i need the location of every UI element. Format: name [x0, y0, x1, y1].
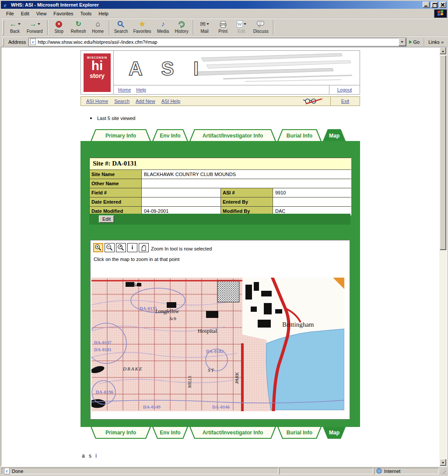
maximize-button[interactable]: [431, 2, 438, 8]
search-button[interactable]: Search: [112, 19, 131, 35]
minimize-button[interactable]: [423, 2, 430, 8]
map-label-brittingham: Brittingham: [282, 321, 314, 328]
scroll-up-button[interactable]: ▲: [440, 47, 446, 54]
addressbar-separator: [424, 38, 425, 46]
back-button[interactable]: ← Back: [6, 19, 24, 35]
window-title: WHS: ASI - Microsoft Internet Explorer: [10, 2, 421, 7]
tab-bar-bottom: Primary Info Env Info Artifact/Investiga…: [91, 427, 346, 439]
hatched-block: [217, 280, 239, 302]
home-link[interactable]: Home: [118, 87, 131, 92]
scrollbar-thumb[interactable]: [440, 55, 446, 250]
favorites-button[interactable]: ★ Favorites: [130, 19, 154, 35]
globe-icon: [376, 468, 382, 474]
favorites-icon: ★: [139, 20, 145, 28]
zoom-in-tool-button[interactable]: [93, 243, 103, 252]
menu-favorites[interactable]: Favorites: [50, 10, 77, 18]
map-label-sch: Sch: [169, 316, 176, 321]
refresh-button[interactable]: ↻ Refresh: [68, 19, 89, 35]
zoom-out-tool-button[interactable]: [105, 243, 115, 252]
toolbar-separator: [273, 20, 274, 35]
menu-file[interactable]: File: [3, 10, 18, 18]
history-icon: [178, 21, 186, 28]
site-header: WISCONSIN hi story A S I: [80, 50, 360, 95]
page-footer-text: a s i: [82, 453, 98, 459]
print-button[interactable]: Print: [214, 19, 232, 35]
mail-button[interactable]: ✉ Mail: [196, 19, 214, 35]
topo-map-image[interactable]: Sch Longfellow Sch Hospital Brittingham …: [91, 278, 344, 411]
edit-row: Edit: [89, 214, 350, 225]
status-bar: e Done Internet: [1, 466, 447, 475]
tab-burial-info[interactable]: Burial Info: [277, 129, 322, 141]
toolbar-grip[interactable]: [3, 20, 4, 35]
back-dropdown-icon[interactable]: [18, 23, 21, 25]
tab-map[interactable]: Map: [323, 129, 346, 141]
mail-dropdown-icon[interactable]: [206, 23, 209, 25]
edit-button[interactable]: W Edit: [232, 19, 251, 35]
asi-title: A S I: [129, 58, 206, 79]
forward-dropdown-icon[interactable]: [38, 23, 40, 25]
links-chevron-icon: »: [441, 39, 444, 45]
address-dropdown-button[interactable]: [399, 38, 406, 46]
tab-primary-info[interactable]: Primary Info: [91, 129, 151, 141]
tab-artifact-investigator-info-bottom[interactable]: Artifact/Investigator Info: [189, 427, 276, 439]
titlebar[interactable]: e WHS: ASI - Microsoft Internet Explorer: [1, 1, 447, 9]
site-marker-da0182: DA-0182: [206, 349, 224, 354]
entered-by-value: [273, 197, 351, 206]
tab-burial-info-bottom[interactable]: Burial Info: [277, 427, 322, 439]
chevron-down-icon: [401, 41, 403, 43]
site-name-label: Site Name: [90, 170, 141, 179]
tab-env-info[interactable]: Env Info: [152, 129, 188, 141]
media-button[interactable]: ♪ Media: [154, 19, 172, 35]
wisconsin-history-logo[interactable]: WISCONSIN hi story: [84, 53, 111, 92]
search-link[interactable]: Search: [114, 99, 130, 104]
go-button[interactable]: Go: [406, 39, 423, 46]
zoom-full-extent-tool-button[interactable]: [116, 243, 126, 252]
asi-help-link[interactable]: ASI Help: [161, 99, 180, 104]
menu-edit[interactable]: Edit: [18, 10, 33, 18]
logout-link[interactable]: Logout: [337, 87, 352, 92]
menu-tools[interactable]: Tools: [77, 10, 95, 18]
tab-artifact-investigator-info[interactable]: Artifact/Investigator Info: [189, 129, 276, 141]
map-label-hospital: Hospital: [198, 328, 217, 334]
status-text: Done: [12, 469, 23, 474]
identify-tool-button[interactable]: i: [127, 243, 137, 252]
asi-home-link[interactable]: ASI Home: [86, 99, 108, 104]
addressbar-grip[interactable]: [3, 38, 4, 46]
links-label: Links: [428, 39, 440, 45]
add-new-link[interactable]: Add New: [136, 99, 155, 104]
pan-tool-button[interactable]: [139, 243, 149, 252]
home-button[interactable]: ⌂ Home: [89, 19, 107, 35]
status-message-panel: e Done: [2, 468, 278, 474]
edit-site-button[interactable]: Edit: [99, 215, 114, 223]
scroll-down-button[interactable]: ▼: [440, 459, 446, 466]
logo-story-text: story: [84, 72, 111, 79]
go-icon: [409, 40, 412, 44]
exit-link[interactable]: Exit: [341, 99, 349, 104]
svg-text:e: e: [32, 39, 35, 44]
tab-primary-info-bottom[interactable]: Primary Info: [91, 427, 151, 439]
help-link[interactable]: Help: [136, 87, 146, 92]
address-input[interactable]: e http://www.shsw.wisc.edu/histpres/asi/…: [28, 38, 406, 46]
discuss-button[interactable]: Discuss: [251, 19, 271, 35]
forward-button[interactable]: → Forward: [24, 19, 46, 35]
menu-help[interactable]: Help: [95, 10, 112, 18]
site-marker-da0135: DA-0135: [140, 306, 157, 311]
edit-dropdown-icon[interactable]: [244, 23, 246, 25]
close-button[interactable]: [439, 2, 446, 8]
address-url[interactable]: http://www.shsw.wisc.edu/histpres/asi/-/…: [38, 39, 396, 45]
menu-view[interactable]: View: [33, 10, 50, 18]
banner-art: A S I: [114, 51, 360, 85]
vertical-scrollbar[interactable]: ▲ ▼: [439, 47, 447, 466]
tab-map-bottom[interactable]: Map: [323, 427, 346, 439]
tab-bar-top: Primary Info Env Info Artifact/Investiga…: [91, 129, 346, 141]
history-button[interactable]: History: [172, 19, 191, 35]
zone-text: Internet: [384, 469, 400, 474]
tab-env-info-bottom[interactable]: Env Info: [152, 427, 188, 439]
stop-button[interactable]: × Stop: [50, 19, 68, 35]
links-button[interactable]: Links »: [427, 39, 445, 45]
resize-grip[interactable]: [440, 468, 446, 474]
page-icon: e: [30, 39, 36, 45]
date-entered-value: [142, 197, 220, 206]
glasses-pencil-icon: [302, 98, 323, 105]
toolbar-separator: [47, 20, 48, 35]
